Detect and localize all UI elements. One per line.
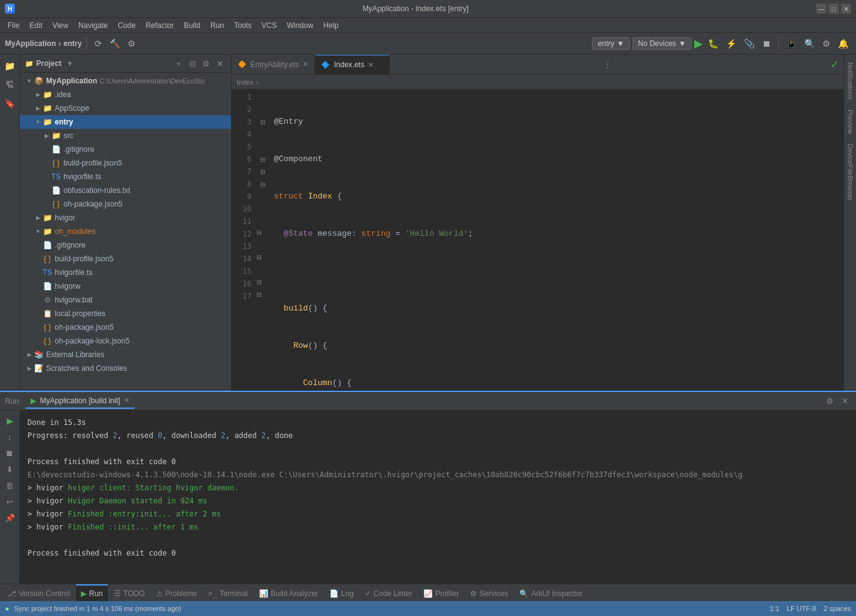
bottom-tab-log[interactable]: 📄 Log <box>324 584 359 602</box>
tree-item-gitignore-root[interactable]: 📄 .gitignore <box>20 238 231 252</box>
tree-item-oh-modules[interactable]: ▼ 📁 oh_modules <box>20 225 231 238</box>
tab-entry-ability[interactable]: 🔶 EntryAbility.ets ✕ <box>232 55 315 75</box>
minimize-button[interactable]: — <box>816 4 826 14</box>
preview-label[interactable]: Preview <box>845 105 855 139</box>
menu-help[interactable]: Help <box>318 20 344 31</box>
tree-item-src[interactable]: ▶ 📁 src <box>20 129 231 142</box>
menu-view[interactable]: View <box>47 20 73 31</box>
tree-item-oh-package-entry[interactable]: { } oh-package.json5 <box>20 197 231 211</box>
notifications-label[interactable]: Notifications <box>845 57 855 105</box>
fold-arrow-12[interactable]: ⊟ <box>256 229 261 236</box>
fold-arrow-17[interactable]: ⊟ <box>256 291 261 298</box>
run-button[interactable]: ▶ <box>694 37 703 50</box>
tree-item-build-profile-root[interactable]: { } build-profile.json5 <box>20 252 231 266</box>
fold-arrow-6[interactable]: ⊟ <box>260 156 265 163</box>
run-clear-btn[interactable]: 🗑 <box>2 478 17 493</box>
tree-item-hvigorfile-ts[interactable]: TS hvigorfile.ts <box>20 170 231 184</box>
status-encoding[interactable]: LF UTF-8 <box>787 605 816 612</box>
fold-arrow-7[interactable]: ⊟ <box>260 169 265 175</box>
sidebar-title-arrow[interactable]: ▼ <box>67 60 73 67</box>
menu-run[interactable]: Run <box>205 20 229 31</box>
bottom-tab-run[interactable]: ▶ Run <box>76 584 108 602</box>
status-indent[interactable]: 2 spaces <box>824 605 851 612</box>
run-panel-close-btn[interactable]: ✕ <box>839 395 851 408</box>
menu-window[interactable]: Window <box>282 20 319 31</box>
profile-button[interactable]: ⚡ <box>723 37 739 50</box>
tree-item-oh-package-lock[interactable]: { } oh-package-lock.json5 <box>20 334 231 348</box>
fold-arrow-3[interactable]: ⊟ <box>260 119 265 126</box>
settings-button[interactable]: ⚙ <box>820 37 833 50</box>
tree-item-hvigorfile-ts2[interactable]: TS hvigorfile.ts <box>20 266 231 279</box>
fold-arrow-8[interactable]: ⊟ <box>260 181 265 188</box>
run-rerun-btn[interactable]: ↕ <box>2 429 17 444</box>
sync-button[interactable]: ⟳ <box>92 37 105 50</box>
tree-item-appscope[interactable]: ▶ 📁 AppScope <box>20 101 231 115</box>
menu-edit[interactable]: Edit <box>24 20 47 31</box>
bottom-tab-terminal[interactable]: >_ Terminal <box>203 584 253 602</box>
run-content[interactable]: Done in 15.3s Progress: resolved 2, reus… <box>20 411 856 584</box>
maximize-button[interactable]: □ <box>829 4 839 14</box>
menu-code[interactable]: Code <box>113 20 141 31</box>
tree-item-ext-libraries[interactable]: ▶ 📚 External Libraries <box>20 348 231 362</box>
run-play-btn[interactable]: ▶ <box>2 413 17 428</box>
tree-item-gitignore-entry[interactable]: 📄 .gitignore <box>20 142 231 156</box>
tree-item-obfuscation[interactable]: 📄 obfuscation-rules.txt <box>20 184 231 197</box>
run-scroll-end-btn[interactable]: ⬇ <box>2 462 17 477</box>
stop-button[interactable]: ⏹ <box>760 37 773 50</box>
menu-tools[interactable]: Tools <box>229 20 256 31</box>
collapse-all-button[interactable]: ⊟ <box>186 57 199 70</box>
tree-item-build-profile-entry[interactable]: { } build-profile.json5 <box>20 156 231 170</box>
tree-item-root[interactable]: ▼ 📦 MyApplication C:\Users\Administrator… <box>20 74 231 88</box>
tabs-overflow[interactable]: ⋮ <box>604 60 616 69</box>
notifications-button[interactable]: 🔔 <box>835 37 851 50</box>
run-wrap-btn[interactable]: ↩ <box>2 494 17 509</box>
menu-refactor[interactable]: Refactor <box>141 20 179 31</box>
run-tab-close[interactable]: ✕ <box>124 396 129 404</box>
device-file-browser-label[interactable]: DeviceFileBrowser <box>845 139 855 206</box>
menu-vcs[interactable]: VCS <box>256 20 282 31</box>
run-panel-settings-btn[interactable]: ⚙ <box>824 395 836 408</box>
menu-file[interactable]: File <box>2 20 24 31</box>
fold-arrow-16[interactable]: ⊟ <box>256 279 261 286</box>
menu-navigate[interactable]: Navigate <box>73 20 113 31</box>
menu-build[interactable]: Build <box>179 20 205 31</box>
tab-close-entry-ability[interactable]: ✕ <box>303 60 308 68</box>
tree-item-hvigorw[interactable]: 📄 hvigorw <box>20 279 231 293</box>
bottom-tab-build-analyzer[interactable]: 📊 Build Analyzer <box>254 584 323 602</box>
build-button[interactable]: 🔨 <box>107 37 123 50</box>
close-sidebar-button[interactable]: ✕ <box>214 57 226 70</box>
bottom-tab-problems[interactable]: ⚠ Problems <box>151 584 202 602</box>
activity-bookmarks-icon[interactable]: 🔖 <box>1 95 19 112</box>
code-content[interactable]: @Entry @Component struct Index { @State … <box>269 90 844 391</box>
tree-item-idea[interactable]: ▶ 📁 .idea <box>20 88 231 101</box>
tab-index-ets[interactable]: 🔷 Index.ets ✕ <box>315 55 390 75</box>
tree-item-scratches[interactable]: ▶ 📝 Scratches and Consoles <box>20 362 231 375</box>
bottom-tab-services[interactable]: ⚙ Services <box>465 584 513 602</box>
activity-structure-icon[interactable]: 🏗 <box>1 76 19 93</box>
tree-item-oh-package-root[interactable]: { } oh-package.json5 <box>20 320 231 334</box>
settings-sidebar-button[interactable]: ⚙ <box>200 57 212 70</box>
fold-arrow-14[interactable]: ⊟ <box>256 254 261 261</box>
tree-item-hvigorw-bat[interactable]: ⚙ hvigorw.bat <box>20 293 231 307</box>
device-selector-dropdown[interactable]: No Devices ▼ <box>633 37 692 50</box>
run-stop-btn[interactable]: ⏹ <box>2 446 17 460</box>
bottom-tab-todo[interactable]: ☰ TODO <box>109 584 149 602</box>
tab-close-index-ets[interactable]: ✕ <box>368 61 374 69</box>
bottom-tab-code-linter[interactable]: ✓ Code Linter <box>360 584 417 602</box>
search-button[interactable]: 🔍 <box>802 37 817 50</box>
add-file-button[interactable]: + <box>172 57 185 70</box>
run-config-dropdown[interactable]: entry ▼ <box>592 37 630 50</box>
bottom-tab-profiler[interactable]: 📈 Profiler <box>418 584 464 602</box>
tree-item-entry[interactable]: ▼ 📁 entry <box>20 115 231 129</box>
status-position[interactable]: 1:1 <box>770 605 779 612</box>
bottom-tab-arkui-inspector[interactable]: 🔍 ArkUI Inspector <box>514 584 588 602</box>
activity-project-icon[interactable]: 📁 <box>1 57 19 75</box>
tree-item-local-props[interactable]: 📋 local.properties <box>20 307 231 320</box>
run-pin-btn[interactable]: 📌 <box>2 510 17 525</box>
device-manager-button[interactable]: 📱 <box>784 37 799 50</box>
bottom-tab-version-control[interactable]: ⎇ Version Control <box>2 584 75 602</box>
attach-button[interactable]: 📎 <box>741 37 757 50</box>
settings-toolbar-button[interactable]: ⚙ <box>125 37 138 50</box>
tree-item-hvigor[interactable]: ▶ 📁 hvigor <box>20 211 231 225</box>
run-tab-build-init[interactable]: ▶ MyApplication [build init] ✕ <box>26 394 134 409</box>
